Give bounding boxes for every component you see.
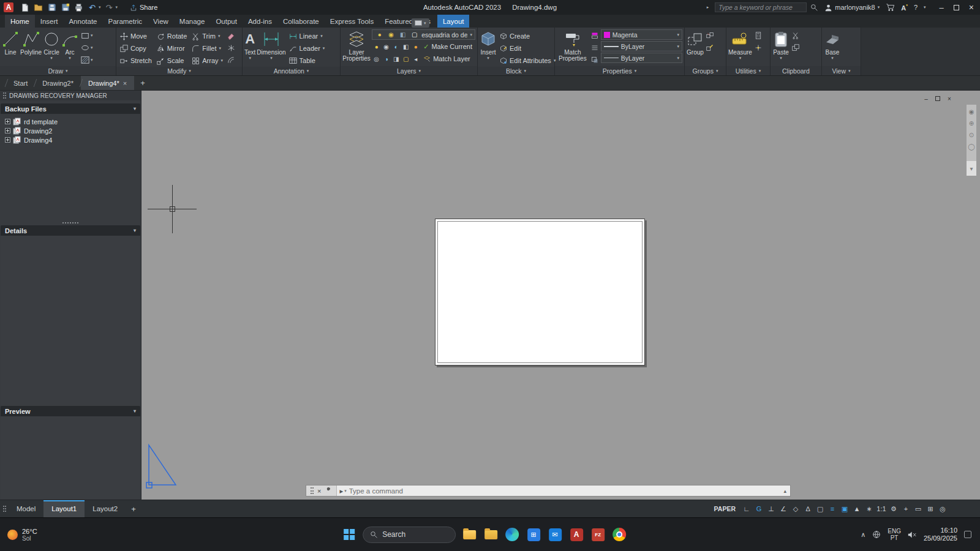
folder-button[interactable] [483,527,499,542]
account-menu[interactable]: marlonyanik8 ▾ [824,4,880,12]
linear-dimension-button[interactable]: Linear▾ [287,30,327,42]
annotation-visibility-toggle[interactable]: ▲ [851,503,862,514]
autodesk-app-manager-icon[interactable]: A* [901,4,908,12]
ribbon-tab[interactable]: Annotate [63,15,102,28]
layer-dropdown[interactable]: ● ◉ ◧ ▢ esquadria do de ▾ [372,29,475,40]
insert-block-button[interactable]: Insert ▾ [480,29,497,61]
keyword-search-input[interactable] [715,2,807,12]
document-tab[interactable]: Drawing2*× [35,76,81,90]
viewport-restore-button[interactable] [934,95,941,102]
clock[interactable]: 16:10 25/09/2025 [924,527,957,542]
document-tab[interactable]: Start× [6,76,35,90]
panel-label-draw[interactable]: Draw▾ [0,66,116,75]
backup-file-item[interactable]: Drawing2 [5,126,141,135]
graphics-performance-toggle[interactable]: ⊞ [925,503,936,514]
measure-button[interactable]: Measure ▾ [728,29,752,61]
annotation-monitor-toggle[interactable]: + [900,503,911,514]
ribbon-display-options-button[interactable]: ▾ [412,18,429,28]
properties-tool1-button[interactable] [590,30,600,41]
layout-tab[interactable]: Layout1 [43,500,85,517]
ortho-mode-toggle[interactable]: ⊥ [766,503,777,514]
ribbon-tab[interactable]: Collaborate [277,15,325,28]
recent-commands-button[interactable]: ▸▾ [337,487,349,495]
make-current-button[interactable]: ✓Make Current [421,40,474,53]
command-line-grip[interactable] [311,487,314,494]
selection-cycling-toggle[interactable]: ▣ [839,503,850,514]
save-button[interactable] [47,2,57,13]
clean-screen-toggle[interactable]: ◎ [937,503,948,514]
copy-button[interactable]: Copy [118,42,154,54]
layout-tab[interactable]: Layout2 [85,500,126,517]
arc-button[interactable]: Arc ▾ [61,29,78,61]
group-edit-button[interactable] [705,42,715,53]
outlook-button[interactable]: ✉ [547,527,563,542]
layer-on-icon[interactable]: ● [411,42,420,51]
start-button[interactable] [341,527,357,542]
help-dropdown-icon[interactable]: ▾ [924,5,926,10]
ribbon-tab[interactable]: View [148,15,174,28]
rectangle-button[interactable]: ▾ [80,30,94,41]
layer-lock-icon[interactable]: ◧ [401,42,410,51]
ribbon-tab[interactable]: Manage [174,15,211,28]
osnap-tracking-toggle[interactable]: ∆ [802,503,813,514]
rotate-button[interactable]: Rotate [155,30,189,42]
layer-unisolate-icon[interactable]: ◎ [372,54,381,64]
weather-widget[interactable]: 26°C Sol [0,528,37,542]
layer-prev-icon[interactable]: ◂ [411,54,420,64]
text-button[interactable]: A Text ▾ [244,29,255,61]
id-point-button[interactable] [753,42,763,53]
layer-unlock-icon[interactable]: ◨ [391,54,401,64]
network-icon[interactable] [872,530,881,539]
ribbon-tab[interactable]: Home [5,15,35,28]
line-button[interactable]: Line [2,29,19,56]
viewport-close-button[interactable]: × [946,95,953,102]
window-minimize-button[interactable]: – [940,3,944,12]
chrome-button[interactable] [611,527,627,542]
redo-button[interactable]: ↷ [104,2,115,13]
scale-button[interactable]: Scale [155,54,189,67]
new-tab-button[interactable]: + [134,76,151,90]
autocad-taskbar-button[interactable]: A [568,527,584,542]
trim-button[interactable]: Trim▾ [190,30,225,42]
object-snap-toggle[interactable]: ▢ [815,503,826,514]
polar-tracking-toggle[interactable]: ∠ [778,503,789,514]
layer-properties-button[interactable]: Layer Properties [342,29,371,62]
expand-toggle-icon[interactable] [5,137,10,143]
navigation-bar-menu[interactable]: ▾ [967,161,976,176]
backup-file-item[interactable]: Drawing4 [5,135,141,144]
panel-label-block[interactable]: Block▾ [478,67,554,75]
base-view-button[interactable]: Base ▾ [824,29,841,61]
polyline-button[interactable]: Polyline [20,29,42,56]
edit-attributes-button[interactable]: Edit Attributes▾ [498,54,557,67]
command-history-icon[interactable]: ▴ [780,488,790,494]
command-input[interactable] [349,485,780,496]
properties-tool3-button[interactable] [590,54,600,66]
search-icon[interactable] [810,4,818,12]
object-color-dropdown[interactable]: Magenta ▾ [601,29,682,40]
lineweight-toggle[interactable]: ≡ [827,503,838,514]
new-layout-button[interactable]: + [126,500,141,517]
autoscale-toggle[interactable]: ∗ [864,503,875,514]
expand-toggle-icon[interactable] [5,119,10,124]
snap-mode-toggle[interactable]: G [753,503,764,514]
file-explorer-button[interactable] [461,527,477,542]
command-close-icon[interactable]: × [317,487,321,495]
properties-tool2-button[interactable] [590,42,600,53]
mirror-button[interactable]: Mirror [155,42,189,54]
ribbon-tab[interactable]: Output [210,15,243,28]
hatch-button[interactable]: ▾ [80,54,94,66]
annotation-scale-button[interactable]: 1:1 [876,503,887,514]
customize-wrench-icon[interactable] [325,487,332,495]
window-maximize-button[interactable] [954,5,959,10]
taskbar-search[interactable]: Search [363,527,456,543]
paste-button[interactable]: Paste ▾ [772,29,790,61]
quick-properties-toggle[interactable]: ▭ [913,503,924,514]
plot-button[interactable] [74,2,84,13]
leader-button[interactable]: Leader▾ [287,42,327,54]
palette-grip-icon[interactable] [3,92,6,99]
preview-header[interactable]: Preview▾ [1,406,140,416]
autocad-logo-icon[interactable]: A [4,2,13,12]
redo-dropdown-icon[interactable]: ▾ [116,5,118,10]
new-drawing-button[interactable] [20,2,30,13]
copy-clip-button[interactable] [791,42,801,53]
